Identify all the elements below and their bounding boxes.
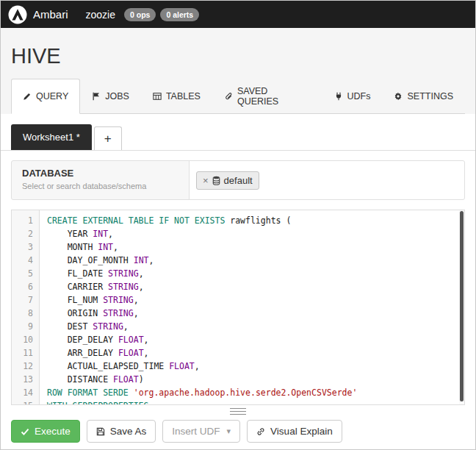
code-token: DAY_OF_MONTH	[47, 255, 134, 265]
database-hint: Select or search database/schema	[22, 182, 178, 190]
code-token: FLOAT	[169, 361, 195, 371]
query-editor[interactable]: 123456789101112131415 CREATE EXTERNAL TA…	[11, 210, 465, 405]
page-header: HIVE QUERYJOBSTABLESSAVED QUERIESUDFsSET…	[1, 28, 475, 114]
insert-udf-label: Insert UDF	[172, 426, 220, 437]
code-token: STRING	[108, 282, 139, 292]
paperclip-icon	[224, 92, 233, 101]
tab-query[interactable]: QUERY	[11, 79, 80, 114]
code-line: DAY_OF_MONTH INT,	[47, 254, 464, 267]
tab-jobs[interactable]: JOBS	[80, 79, 141, 114]
code-token: CARRIER	[47, 282, 108, 292]
code-token: rawflights (	[225, 215, 291, 226]
alerts-badge[interactable]: 0 alerts	[160, 8, 199, 21]
code-token: ,	[148, 255, 154, 265]
code-line: ROW FORMAT SERDE 'org.apache.hadoop.hive…	[47, 386, 464, 399]
code-token: WITH SERDEPROPERTIES	[47, 401, 148, 404]
database-label-group: DATABASE Select or search database/schem…	[12, 161, 189, 199]
code-token: FL_NUM	[47, 295, 103, 305]
code-line: CREATE EXTERNAL TABLE IF NOT EXISTS rawf…	[47, 214, 464, 227]
flag-icon	[92, 92, 101, 101]
add-worksheet-button[interactable]: +	[94, 126, 122, 150]
plug-icon	[334, 92, 343, 101]
tab-label: JOBS	[105, 91, 129, 101]
code-line: FL_NUM STRING,	[47, 293, 464, 307]
code-token: DEP_DELAY	[47, 335, 118, 345]
save-as-button[interactable]: Save As	[87, 420, 156, 443]
code-token: ORIGIN	[47, 308, 103, 318]
worksheet-tabs: Worksheet1 * +	[1, 114, 475, 151]
insert-udf-button[interactable]: Insert UDF ▾	[162, 420, 240, 443]
scrollbar-thumb[interactable]	[460, 211, 464, 401]
selected-databases: ×default	[196, 171, 259, 190]
tab-label: TABLES	[166, 91, 201, 101]
code-token: ,	[144, 335, 149, 345]
cluster-name-link[interactable]: zoozie	[86, 9, 115, 21]
line-number: 14	[12, 386, 39, 399]
database-icon	[212, 176, 220, 185]
hive-view-window: Ambari zoozie 0 ops 0 alerts HIVE QUERYJ…	[0, 0, 476, 450]
code-token: FLOAT	[118, 335, 144, 345]
execute-button[interactable]: Execute	[11, 420, 80, 443]
execute-label: Execute	[35, 426, 71, 437]
tab-settings[interactable]: SETTINGS	[382, 79, 465, 114]
database-select-input[interactable]: ×default	[189, 161, 464, 199]
tab-saved-queries[interactable]: SAVED QUERIES	[212, 79, 322, 114]
code-token: CREATE EXTERNAL TABLE IF NOT EXISTS	[47, 215, 225, 226]
editor-code[interactable]: CREATE EXTERNAL TABLE IF NOT EXISTS rawf…	[40, 210, 464, 404]
line-number: 15	[12, 399, 39, 405]
brand-link[interactable]: Ambari	[33, 8, 68, 21]
tab-tables[interactable]: TABLES	[141, 79, 212, 114]
code-token: YEAR	[47, 229, 93, 239]
pencil-icon	[23, 92, 32, 101]
code-token: STRING	[103, 308, 134, 318]
line-number: 3	[12, 240, 39, 254]
code-token: ,	[139, 268, 144, 279]
code-token: ,	[134, 308, 139, 318]
main-tabs: QUERYJOBSTABLESSAVED QUERIESUDFsSETTINGS	[11, 79, 465, 114]
code-token: INT	[93, 229, 108, 239]
gear-icon	[394, 92, 403, 101]
visual-explain-button[interactable]: Visual Explain	[247, 420, 342, 443]
link-icon	[256, 427, 265, 436]
code-token: ,	[144, 348, 149, 358]
code-token: ACTUAL_ELAPSED_TIME	[47, 361, 169, 371]
code-line: WITH SERDEPROPERTIES	[47, 399, 464, 404]
tab-label: UDFs	[347, 91, 371, 101]
caret-down-icon: ▾	[227, 426, 231, 436]
tab-label: SETTINGS	[407, 91, 453, 101]
code-token: ,	[195, 361, 200, 371]
line-number: 6	[12, 280, 39, 293]
line-number: 4	[12, 254, 39, 267]
code-token: STRING	[108, 268, 139, 279]
ambari-logo-icon[interactable]	[8, 5, 27, 24]
code-line: FL_DATE STRING,	[47, 267, 464, 280]
visual-explain-label: Visual Explain	[270, 426, 333, 437]
ops-badge[interactable]: 0 ops	[124, 8, 156, 21]
tab-udfs[interactable]: UDFs	[322, 79, 383, 114]
line-number: 13	[12, 373, 39, 386]
code-token: )	[139, 374, 144, 385]
code-token: ARR_DELAY	[47, 348, 118, 358]
code-line: MONTH INT,	[47, 240, 464, 254]
ambari-navbar: Ambari zoozie 0 ops 0 alerts	[1, 1, 475, 28]
editor-gutter: 123456789101112131415	[12, 210, 40, 404]
resize-grip-icon[interactable]	[230, 408, 246, 415]
database-label: DATABASE	[22, 168, 178, 179]
code-token: INT	[98, 242, 113, 252]
line-number: 9	[12, 320, 39, 333]
line-number: 5	[12, 267, 39, 280]
code-line: YEAR INT,	[47, 227, 464, 240]
code-token: INT	[134, 255, 149, 265]
code-token: STRING	[93, 321, 123, 332]
code-token: DISTANCE	[47, 374, 113, 385]
line-number: 10	[12, 333, 39, 346]
database-tag[interactable]: ×default	[196, 171, 259, 190]
remove-tag-icon[interactable]: ×	[203, 176, 209, 185]
code-token: 'org.apache.hadoop.hive.serde2.OpenCSVSe…	[134, 388, 358, 398]
editor-scrollbar[interactable]	[459, 210, 464, 404]
save-icon	[96, 427, 105, 436]
check-icon	[21, 427, 29, 436]
code-token: ,	[113, 242, 118, 252]
save-as-label: Save As	[110, 426, 147, 437]
worksheet-tab-active[interactable]: Worksheet1 *	[11, 124, 92, 150]
